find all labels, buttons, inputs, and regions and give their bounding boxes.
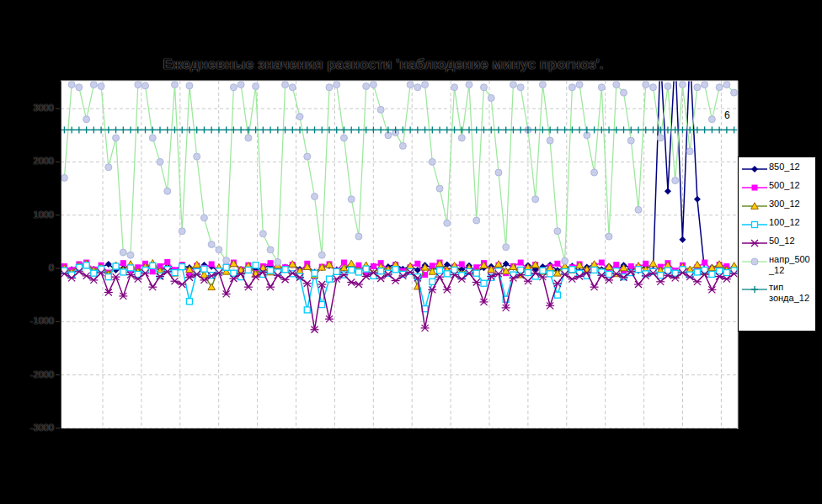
legend-entry-300_12: 300_12 bbox=[742, 199, 814, 211]
y-axis-label: -2000 bbox=[0, 369, 54, 379]
legend-entry-label: 50_12 bbox=[769, 236, 795, 247]
legend-entry-850_12: 850_12 bbox=[742, 162, 814, 174]
triangle-legend-marker-icon bbox=[742, 201, 767, 211]
legend-entry-label: 100_12 bbox=[769, 217, 800, 228]
plus-legend-marker-icon bbox=[742, 284, 767, 294]
legend-entry-label: 850_12 bbox=[769, 162, 800, 172]
diamond-legend-marker-icon bbox=[742, 164, 767, 174]
square-legend-marker-icon bbox=[742, 183, 767, 193]
legend-entry-напр_500_12: напр_500_12 bbox=[742, 254, 814, 276]
y-axis-label: 2000 bbox=[0, 156, 54, 166]
chart-window: Ежедневные значения разности 'наблюдение… bbox=[0, 0, 822, 504]
legend-entry-label: напр_500_12 bbox=[769, 254, 810, 276]
legend-entry-label: 300_12 bbox=[769, 199, 800, 210]
plot-area bbox=[0, 0, 822, 504]
y-axis-label: 0 bbox=[0, 263, 54, 273]
data-label-clipped: 6 bbox=[724, 109, 730, 121]
legend-entry-100_12: 100_12 bbox=[742, 217, 814, 230]
y-axis-label: 3000 bbox=[0, 103, 54, 113]
legend-entry-500_12: 500_12 bbox=[742, 180, 814, 193]
circle-legend-marker-icon bbox=[742, 257, 767, 267]
legend: 850_12500_12300_12100_1250_12напр_500_12… bbox=[738, 157, 816, 332]
legend-entry-label: типзонда_12 bbox=[769, 282, 809, 304]
legend-entry-тип-зонда_12: типзонда_12 bbox=[742, 282, 814, 304]
y-axis-label: -3000 bbox=[0, 422, 54, 432]
square-open-legend-marker-icon bbox=[742, 220, 767, 230]
legend-entry-label: 500_12 bbox=[769, 180, 800, 191]
y-axis-label: -1000 bbox=[0, 316, 54, 326]
star6-legend-marker-icon bbox=[742, 238, 767, 248]
y-axis-label: 1000 bbox=[0, 210, 54, 220]
legend-entry-50_12: 50_12 bbox=[742, 236, 814, 248]
